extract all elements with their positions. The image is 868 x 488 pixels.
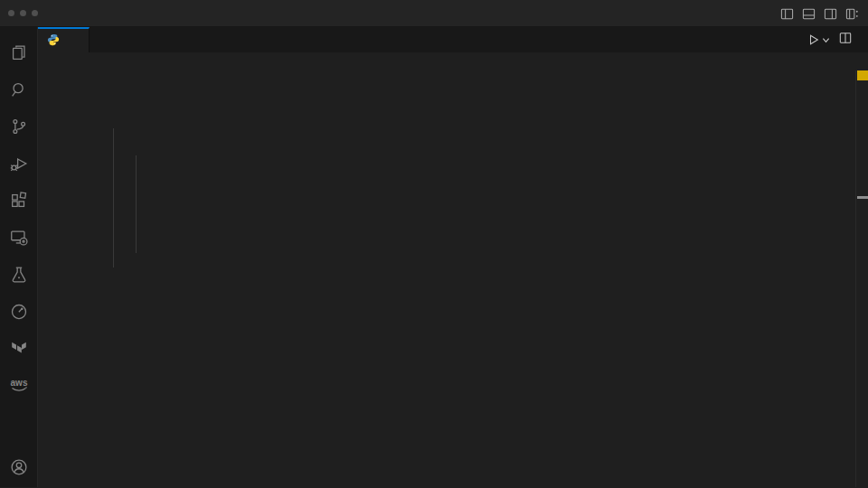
- aws-icon[interactable]: aws: [0, 367, 38, 404]
- editor: [38, 70, 868, 487]
- gitlens-icon[interactable]: [0, 293, 38, 330]
- history-navigation: [405, 0, 418, 27]
- svg-text:aws: aws: [10, 378, 27, 388]
- window-close-button[interactable]: [8, 10, 14, 16]
- customize-layout-icon[interactable]: [845, 7, 859, 21]
- run-python-file-button[interactable]: [807, 33, 830, 46]
- editor-actions: [807, 27, 861, 52]
- indent-guide: [113, 128, 114, 267]
- toggle-panel-icon[interactable]: [802, 7, 816, 21]
- overview-cursor-marker: [857, 196, 868, 199]
- window-minimize-button[interactable]: [20, 10, 26, 16]
- code-area[interactable]: [38, 70, 803, 487]
- tab-bar: [38, 27, 868, 52]
- search-icon[interactable]: [0, 70, 38, 108]
- account-icon[interactable]: [0, 448, 38, 485]
- overview-warning-marker: [857, 70, 868, 80]
- remote-explorer-icon[interactable]: [0, 219, 38, 256]
- minimap[interactable]: [803, 70, 855, 487]
- terraform-icon[interactable]: [0, 330, 38, 367]
- source-control-icon[interactable]: [0, 108, 38, 145]
- overview-ruler[interactable]: [855, 70, 868, 487]
- chevron-down-icon: [822, 36, 830, 44]
- split-editor-icon[interactable]: [839, 32, 852, 48]
- explorer-icon[interactable]: [0, 33, 38, 70]
- title-bar: [0, 0, 868, 27]
- toggle-primary-sidebar-icon[interactable]: [780, 7, 794, 21]
- toggle-secondary-sidebar-icon[interactable]: [824, 7, 837, 21]
- breadcrumb[interactable]: [38, 52, 868, 70]
- window-controls[interactable]: [8, 10, 38, 16]
- extensions-icon[interactable]: [0, 182, 38, 219]
- tab-cdk-stack[interactable]: [38, 27, 90, 52]
- activity-bar: aws: [0, 27, 38, 487]
- indent-guide: [136, 155, 137, 253]
- window-maximize-button[interactable]: [32, 10, 38, 16]
- run-and-debug-icon[interactable]: [0, 145, 38, 182]
- python-icon: [47, 33, 60, 49]
- vscode-window: aws: [0, 0, 868, 488]
- testing-beaker-icon[interactable]: [0, 256, 38, 293]
